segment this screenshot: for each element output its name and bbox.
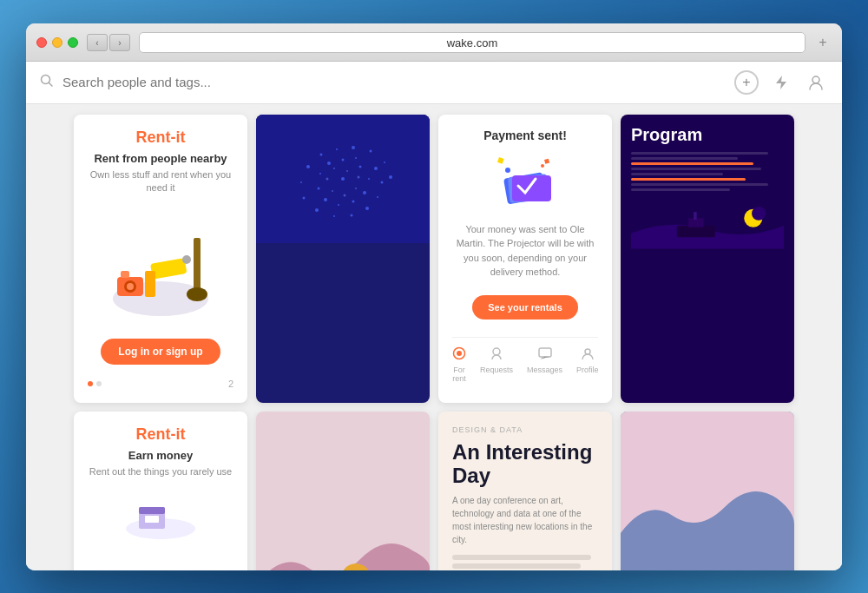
browser-window: ‹ › wake.com + + [26,23,842,570]
svg-rect-60 [539,348,551,357]
svg-point-45 [355,188,357,189]
svg-point-52 [505,168,510,173]
minimize-button[interactable] [52,37,62,48]
interesting-poster-illustration: An Interesting Day [621,412,794,570]
nav-buttons: ‹ › [87,34,130,51]
search-input[interactable] [62,75,726,89]
svg-point-18 [363,191,366,194]
interesting-day-title: An Interesting Day [452,441,598,487]
svg-point-12 [187,287,207,301]
profile-label: Profile [576,366,599,374]
svg-point-6 [127,283,134,290]
svg-point-33 [315,208,319,212]
svg-rect-11 [194,247,201,294]
rent-login-card: Rent-it Rent from people nearby Own less… [74,115,247,404]
close-button[interactable] [36,37,47,48]
svg-point-29 [377,196,378,198]
login-button[interactable]: Log in or sign up [101,339,220,365]
svg-rect-64 [677,226,715,237]
rent-earn-card: Rent-it Earn money Rent out the things y… [74,412,247,570]
rent-subtitle: Rent from people nearby [94,152,227,165]
rent-description: Own less stuff and rent when you need it [88,168,233,195]
svg-point-34 [303,196,306,199]
earn-description: Rent out the things you rarely use [89,465,232,478]
earn-illustration [117,490,204,542]
masonry-grid: Rent-it Rent from people nearby Own less… [40,115,828,570]
maximize-button[interactable] [68,37,78,48]
svg-point-23 [319,173,321,175]
svg-point-42 [389,175,392,179]
svg-point-24 [327,161,331,165]
payment-illustration [490,153,560,214]
search-icon [40,74,54,91]
payment-nav: For rent Requests [452,337,598,383]
svg-rect-80 [145,516,159,523]
svg-rect-13 [194,238,201,251]
url-display: wake.com [447,36,498,49]
lightning-button[interactable] [769,70,793,95]
forward-button[interactable]: › [109,34,130,51]
back-button[interactable]: ‹ [87,34,108,51]
for-rent-label: For rent [452,366,466,383]
svg-point-26 [355,157,357,159]
svg-rect-51 [544,158,549,163]
add-button[interactable]: + [734,70,759,95]
svg-point-21 [324,198,327,201]
blue-dots-content [256,115,430,243]
svg-point-20 [338,204,339,206]
svg-point-25 [342,158,345,161]
rent-brand-title: Rent-it [136,128,186,147]
svg-point-28 [381,181,384,183]
svg-point-16 [359,165,362,168]
svg-point-43 [346,170,348,172]
earn-brand-title: Rent-it [136,425,186,444]
svg-point-49 [333,168,335,169]
svg-point-59 [493,348,500,355]
interesting-day-description: A one day conference on art, technology … [452,494,598,546]
svg-point-19 [352,200,355,202]
nav-messages[interactable]: Messages [527,346,562,383]
nav-requests[interactable]: Requests [480,346,513,383]
bird-illustration [256,412,430,570]
svg-rect-9 [145,271,155,297]
svg-point-58 [457,351,462,356]
svg-point-30 [365,207,369,210]
program-ship [631,200,784,252]
svg-point-37 [320,153,323,155]
card-dots [88,381,102,386]
requests-label: Requests [480,366,513,374]
svg-rect-66 [694,212,697,220]
profile-icon [581,346,595,364]
nav-for-rent[interactable]: For rent [452,346,466,383]
address-bar[interactable]: wake.com [139,32,806,53]
svg-point-38 [336,148,338,150]
dot-active [88,381,93,386]
svg-point-61 [585,349,590,354]
new-tab-button[interactable]: + [814,34,832,51]
svg-point-53 [541,164,544,168]
interesting-day-poster-card: An Interesting Day [621,412,794,570]
see-rentals-button[interactable]: See your rentals [472,295,578,320]
svg-point-10 [182,255,191,264]
grid-area: Rent-it Rent from people nearby Own less… [26,104,842,570]
svg-point-39 [352,146,355,149]
svg-point-36 [306,165,310,168]
svg-rect-56 [512,175,551,201]
nav-profile[interactable]: Profile [576,346,599,383]
program-lines [631,152,784,191]
svg-point-17 [368,178,370,180]
earn-subtitle: Earn money [128,449,193,462]
user-button[interactable] [804,70,828,95]
svg-point-31 [351,214,353,216]
interesting-day-card: Design & Data An Interesting Day A one d… [438,412,612,570]
bird-card [256,412,430,570]
program-card: Program [621,115,794,404]
search-actions: + [734,70,828,95]
messages-label: Messages [527,366,562,374]
svg-rect-50 [497,157,504,164]
svg-line-1 [49,82,53,86]
browser-chrome: ‹ › wake.com + [26,23,842,62]
svg-point-27 [374,167,378,170]
svg-point-46 [344,194,346,196]
payment-card: Payment sent! [438,115,612,404]
